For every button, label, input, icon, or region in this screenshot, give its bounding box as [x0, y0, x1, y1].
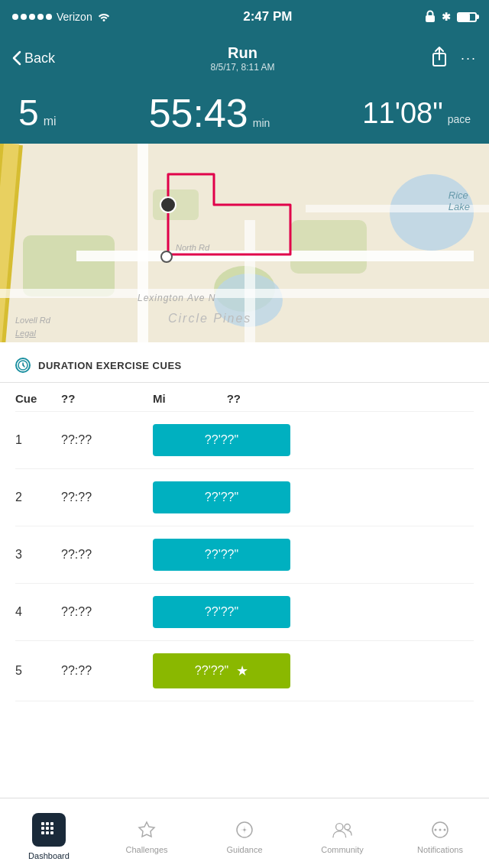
map-view[interactable]: RiceLake Lexington Ave N North Rd Circle…: [0, 144, 489, 342]
tab-bar: Dashboard Challenges Guidance: [0, 798, 489, 868]
section-header: DURATION EXERCISE CUES: [0, 342, 489, 383]
signal-dots: [12, 14, 52, 20]
distance-unit: mi: [44, 115, 57, 128]
carrier-label: Verizon: [57, 11, 92, 23]
cue-number: 5: [15, 664, 61, 678]
pace-value: 11'08": [362, 99, 442, 128]
tab-dashboard[interactable]: Dashboard: [0, 798, 98, 868]
tab-challenges-label: Challenges: [125, 845, 167, 854]
cue-number: 4: [15, 605, 61, 619]
tab-notifications[interactable]: Notifications: [391, 798, 489, 868]
stats-bar: 5 mi 55:43 min 11'08" pace: [0, 83, 489, 144]
pace-stat: 11'08" pace: [362, 99, 471, 128]
duration-label: min: [253, 117, 270, 129]
section-title: DURATION EXERCISE CUES: [38, 360, 182, 371]
status-bar: Verizon 2:47 PM ✱: [0, 0, 489, 34]
star-icon: ★: [236, 662, 248, 679]
status-time: 2:47 PM: [243, 9, 292, 24]
page-title: Run: [210, 44, 274, 62]
cue-time: ??:??: [61, 605, 153, 619]
svg-rect-6: [46, 822, 49, 825]
page-subtitle: 8/5/17, 8:11 AM: [210, 62, 274, 73]
header-cue: Cue: [15, 392, 61, 405]
pace-badge: ??'??": [153, 596, 290, 628]
notifications-icon: [429, 819, 451, 840]
table-row: 4 ??:?? ??'??": [15, 584, 474, 641]
table-header-row: Cue ?? Mi ??: [15, 383, 474, 412]
table-row: 3 ??:?? ??'??": [15, 526, 474, 584]
distance-stat: 5 mi: [18, 95, 57, 131]
tab-guidance[interactable]: Guidance: [196, 798, 293, 868]
duration-stat: 55:43 min: [149, 93, 270, 133]
wifi-icon: [97, 11, 111, 24]
svg-point-15: [244, 828, 246, 831]
share-icon[interactable]: [430, 46, 449, 70]
back-label: Back: [24, 50, 55, 66]
svg-rect-9: [46, 827, 49, 830]
svg-point-16: [336, 823, 343, 830]
cue-time: ??:??: [61, 433, 153, 447]
tab-challenges[interactable]: Challenges: [98, 798, 196, 868]
challenges-icon: [136, 819, 157, 840]
battery-icon: [457, 12, 477, 22]
tab-guidance-label: Guidance: [226, 845, 262, 854]
svg-rect-12: [46, 831, 49, 834]
cue-time: ??:??: [61, 664, 153, 678]
tab-dashboard-label: Dashboard: [28, 851, 70, 860]
svg-point-19: [435, 828, 437, 831]
cue-table: Cue ?? Mi ?? 1 ??:?? ??'??" 2 ??:?? ??'?…: [0, 383, 489, 701]
table-row: 5 ??:?? ??'??" ★: [15, 641, 474, 701]
header-time: ??: [61, 392, 153, 405]
nav-title-block: Run 8/5/17, 8:11 AM: [210, 44, 274, 73]
duration-value: 55:43: [149, 93, 248, 133]
svg-rect-11: [41, 831, 44, 834]
svg-rect-0: [426, 15, 435, 22]
svg-point-21: [444, 828, 446, 831]
cue-number: 3: [15, 548, 61, 562]
pace-badge: ??'??": [153, 424, 290, 456]
svg-rect-5: [41, 822, 44, 825]
table-row: 2 ??:?? ??'??": [15, 469, 474, 526]
status-left: Verizon: [12, 11, 111, 24]
lock-icon: [425, 10, 436, 24]
tab-notifications-label: Notifications: [417, 845, 463, 854]
pace-label: pace: [448, 113, 471, 125]
guidance-icon: [234, 819, 255, 840]
pace-badge: ??'??": [153, 539, 290, 571]
nav-actions: ···: [430, 46, 477, 70]
main-content: DURATION EXERCISE CUES Cue ?? Mi ?? 1 ??…: [0, 342, 489, 772]
clock-icon: [15, 358, 31, 373]
pace-badge-highlight: ??'??" ★: [153, 653, 290, 688]
svg-rect-13: [50, 831, 53, 834]
table-row: 1 ??:?? ??'??": [15, 412, 474, 469]
header-mi: Mi: [153, 392, 166, 405]
cue-number: 1: [15, 433, 61, 447]
header-pace: ??: [227, 392, 241, 405]
status-right: ✱: [425, 10, 477, 24]
dashboard-icon: [32, 813, 66, 847]
cue-time: ??:??: [61, 548, 153, 562]
back-button[interactable]: Back: [12, 50, 55, 66]
svg-rect-10: [50, 827, 53, 830]
svg-point-3: [161, 251, 172, 262]
svg-point-20: [439, 828, 442, 831]
svg-point-2: [160, 197, 176, 212]
tab-community-label: Community: [321, 845, 364, 854]
svg-point-17: [345, 824, 350, 829]
route-overlay: [0, 144, 489, 342]
tab-community[interactable]: Community: [293, 798, 391, 868]
bluetooth-icon: ✱: [442, 11, 451, 23]
nav-bar: Back Run 8/5/17, 8:11 AM ···: [0, 34, 489, 83]
distance-value: 5: [18, 95, 39, 131]
pace-badge: ??'??": [153, 481, 290, 513]
more-icon[interactable]: ···: [461, 50, 477, 66]
svg-rect-7: [50, 822, 53, 825]
cue-time: ??:??: [61, 491, 153, 504]
cue-number: 2: [15, 491, 61, 504]
svg-rect-8: [41, 827, 44, 830]
community-icon: [332, 819, 353, 840]
